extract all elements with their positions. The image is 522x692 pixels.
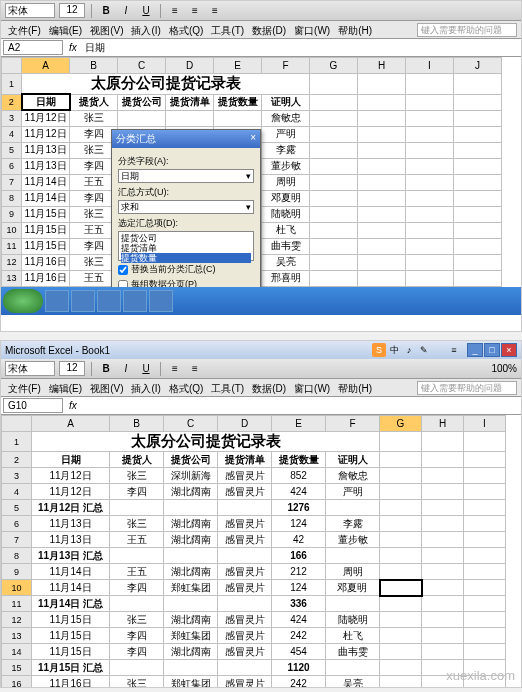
size-select[interactable]: 12	[59, 3, 85, 18]
cell[interactable]: 严明	[326, 484, 380, 500]
menu-edit[interactable]: 编辑(E)	[46, 381, 85, 394]
row-header[interactable]: 2	[2, 94, 22, 110]
bold-button[interactable]: B	[98, 3, 114, 19]
taskbar-item[interactable]	[71, 290, 95, 312]
cell[interactable]: 11月12日	[32, 468, 110, 484]
cell[interactable]: 1120	[272, 660, 326, 676]
cell[interactable]: 11月16日	[22, 270, 70, 286]
menu-window[interactable]: 窗口(W)	[291, 381, 333, 394]
cell[interactable]: 感冒灵片	[218, 644, 272, 660]
cell[interactable]: 张三	[110, 468, 164, 484]
cell[interactable]: 吴亮	[262, 254, 310, 270]
menu-format[interactable]: 格式(Q)	[166, 23, 206, 36]
cell[interactable]: 王五	[110, 532, 164, 548]
func-select[interactable]: 求和▾	[118, 200, 254, 214]
cell[interactable]	[164, 596, 218, 612]
cell[interactable]: 11月12日	[22, 126, 70, 142]
cell[interactable]	[326, 660, 380, 676]
cell[interactable]: 曲韦雯	[262, 238, 310, 254]
row-header[interactable]: 14	[2, 644, 32, 660]
font-select[interactable]: 宋体	[5, 3, 55, 18]
col-header[interactable]: D	[218, 416, 272, 432]
cell[interactable]: 11月15日 汇总	[32, 660, 110, 676]
italic-button[interactable]: I	[118, 361, 134, 377]
menu-insert[interactable]: 插入(I)	[128, 381, 163, 394]
cell[interactable]: 张三	[70, 110, 118, 126]
formula-input[interactable]: 日期	[81, 40, 521, 56]
row-header[interactable]: 7	[2, 532, 32, 548]
cell[interactable]: 11月13日	[32, 516, 110, 532]
col-header[interactable]: F	[326, 416, 380, 432]
cell[interactable]: 李四	[110, 644, 164, 660]
cell[interactable]: 1276	[272, 500, 326, 516]
menu-help[interactable]: 帮助(H)	[335, 23, 375, 36]
col-header[interactable]: C	[118, 58, 166, 74]
spreadsheet-grid[interactable]: A B C D E F G H I 1太原分公司提货记录表 2 日期提货人提货公…	[1, 415, 521, 687]
menu-file[interactable]: 文件(F)	[5, 381, 44, 394]
cell[interactable]: 郑虹集团	[164, 628, 218, 644]
dialog-titlebar[interactable]: 分类汇总 ×	[112, 130, 260, 148]
cell[interactable]: 感冒灵片	[218, 612, 272, 628]
sogou-ime-bar[interactable]: S中♪✎≡	[372, 343, 461, 357]
cell[interactable]	[110, 660, 164, 676]
row-header[interactable]: 6	[2, 158, 22, 174]
cell[interactable]: 深圳新海	[164, 468, 218, 484]
help-search[interactable]: 键入需要帮助的问题	[417, 381, 517, 395]
cell[interactable]: 感冒灵片	[218, 580, 272, 596]
close-icon[interactable]: ×	[250, 132, 256, 146]
cell[interactable]: 詹敏忠	[326, 468, 380, 484]
menu-file[interactable]: 文件(F)	[5, 23, 44, 36]
cell[interactable]: 11月12日	[22, 110, 70, 126]
col-header[interactable]: H	[358, 58, 406, 74]
name-box[interactable]: A2	[3, 40, 63, 55]
cell[interactable]: 郑虹集团	[164, 676, 218, 688]
cell[interactable]: 湖北阔南	[164, 516, 218, 532]
menu-data[interactable]: 数据(D)	[249, 381, 289, 394]
col-header[interactable]: I	[406, 58, 454, 74]
cell[interactable]	[164, 660, 218, 676]
group-field-select[interactable]: 日期▾	[118, 169, 254, 183]
row-header[interactable]: 15	[2, 660, 32, 676]
cell[interactable]: 11月14日	[22, 190, 70, 206]
cell[interactable]	[218, 660, 272, 676]
menu-tools[interactable]: 工具(T)	[208, 381, 247, 394]
row-header[interactable]: 10	[2, 580, 32, 596]
cell[interactable]: 11月13日	[22, 158, 70, 174]
cell[interactable]	[164, 500, 218, 516]
cell[interactable]: 242	[272, 628, 326, 644]
cell[interactable]: 陆晓明	[326, 612, 380, 628]
cell[interactable]: 董步敏	[326, 532, 380, 548]
row-header[interactable]: 7	[2, 174, 22, 190]
cell[interactable]: 124	[272, 516, 326, 532]
cell[interactable]: 李四	[110, 628, 164, 644]
cell[interactable]: 感冒灵片	[218, 676, 272, 688]
cell[interactable]: 11月15日	[32, 628, 110, 644]
col-header[interactable]: B	[110, 416, 164, 432]
cell[interactable]: 湖北阔南	[164, 532, 218, 548]
cell[interactable]: 邓夏明	[326, 580, 380, 596]
name-box[interactable]: G10	[3, 398, 63, 413]
cell[interactable]: 湖北阔南	[164, 644, 218, 660]
minimize-button[interactable]: _	[467, 343, 483, 357]
row-header[interactable]: 13	[2, 628, 32, 644]
underline-button[interactable]: U	[138, 3, 154, 19]
cell[interactable]	[110, 500, 164, 516]
cell[interactable]: 11月15日	[32, 612, 110, 628]
cell[interactable]: 感冒灵片	[218, 564, 272, 580]
row-header[interactable]: 3	[2, 468, 32, 484]
row-header[interactable]: 9	[2, 206, 22, 222]
cell[interactable]: 感冒灵片	[218, 532, 272, 548]
row-header[interactable]: 16	[2, 676, 32, 688]
cell[interactable]: 李四	[110, 580, 164, 596]
cell[interactable]: 张三	[110, 516, 164, 532]
menu-format[interactable]: 格式(Q)	[166, 381, 206, 394]
cell[interactable]	[218, 596, 272, 612]
row-header[interactable]: 8	[2, 190, 22, 206]
row-header[interactable]: 12	[2, 612, 32, 628]
row-header[interactable]: 1	[2, 74, 22, 95]
row-header[interactable]: 12	[2, 254, 22, 270]
row-header[interactable]: 10	[2, 222, 22, 238]
cell[interactable]	[218, 548, 272, 564]
taskbar-item[interactable]	[97, 290, 121, 312]
col-header[interactable]: D	[166, 58, 214, 74]
